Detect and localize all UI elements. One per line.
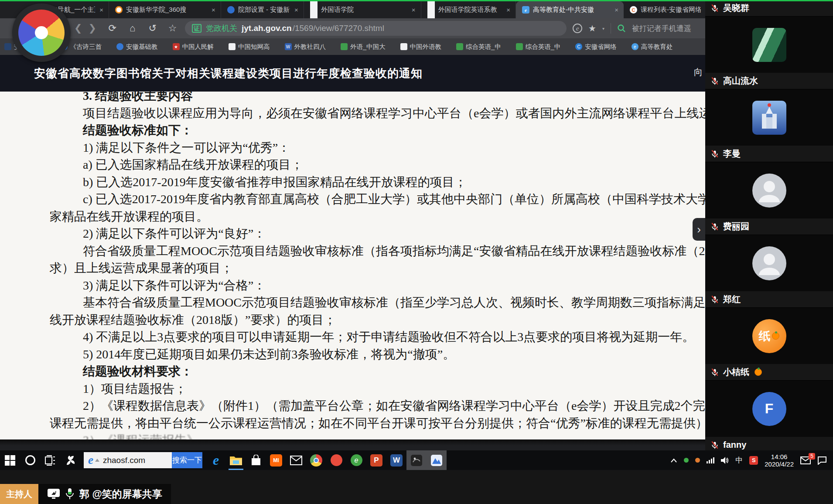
forward-icon[interactable]: ❯	[85, 23, 99, 34]
favorite-star-icon[interactable]: ☆	[165, 23, 180, 34]
bookmark-item[interactable]: W外教社四八	[285, 43, 326, 51]
participant-name: 吴晓群	[723, 2, 749, 14]
tab-foreign-languages[interactable]: 外国语学院 ×	[304, 1, 421, 18]
pinwheel-app-button[interactable]	[60, 450, 80, 470]
close-icon[interactable]: ×	[211, 6, 216, 14]
close-icon[interactable]: ×	[411, 6, 416, 14]
bookmark-favicon	[4, 43, 11, 50]
mic-active-icon[interactable]	[65, 488, 74, 500]
360-browser-logo[interactable]	[12, 3, 71, 62]
bookmark-item[interactable]: C安徽省网络	[575, 43, 617, 51]
bookmark-item[interactable]: 综合英语_中	[456, 43, 501, 51]
mi-icon: MI	[270, 454, 282, 467]
tab-course-list[interactable]: C 课程列表-安徽省网络	[624, 1, 705, 18]
sogou-icon[interactable]: S	[749, 456, 758, 465]
bookmark-item[interactable]: 综合英语_中	[516, 43, 561, 51]
ime-indicator[interactable]: 中	[735, 455, 743, 465]
bookmark-item[interactable]: ★中国人民解	[173, 43, 214, 51]
doc-line: 3) 满足以下条件可以评为“合格”：	[0, 277, 705, 294]
page-title: 安徽省高校数字图书馆关于对相关课程建设类项目进行年度检查验收的通知	[34, 66, 679, 81]
bookmark-label: 中国人民解	[182, 43, 214, 51]
screen-share-icon[interactable]	[47, 488, 60, 500]
castle-photo	[752, 101, 786, 135]
red-app-button[interactable]	[326, 450, 346, 470]
participant-tile[interactable]: 费丽园	[705, 162, 833, 235]
address-bar[interactable]: 证 党政机关 jyt.ah.gov.cn /1569/view/677270.s…	[185, 21, 567, 36]
extension-e-icon[interactable]: e	[573, 24, 582, 33]
bookmark-star-icon[interactable]: ★	[588, 23, 596, 34]
meeting-app-button[interactable]	[427, 450, 447, 470]
sidebar-expand-chevron[interactable]: ›	[693, 218, 705, 241]
participant-name: 费丽园	[723, 221, 749, 232]
chrome-button[interactable]	[306, 450, 326, 470]
tab-360-search[interactable]: 安徽新华学院_360搜 ×	[109, 1, 221, 18]
sharing-app-button[interactable]	[406, 450, 427, 470]
taskbar-search-box[interactable]: e zhaosf.com 搜索一下	[84, 452, 202, 468]
video-tile: F	[705, 381, 833, 437]
avatar-character: F	[765, 401, 774, 417]
participant-tile[interactable]: 李曼	[705, 89, 833, 162]
close-icon[interactable]: ×	[505, 6, 511, 14]
default-person-avatar	[752, 246, 786, 280]
undo-icon[interactable]: ↺	[145, 23, 160, 34]
tray-expand-icon[interactable]	[670, 458, 677, 463]
doc-line: 1）项目结题报告；	[0, 380, 705, 398]
clock[interactable]: 14:06 2020/4/22	[765, 453, 794, 468]
back-icon[interactable]: ❮	[71, 23, 85, 34]
tray-orange-icon[interactable]	[695, 458, 700, 463]
navbar-right-tools: e ★ ▾ 被打记者手机遭遥	[573, 23, 705, 34]
close-icon[interactable]: ×	[99, 6, 104, 14]
reload-icon[interactable]: ⟳	[105, 23, 119, 34]
bookmark-item[interactable]: 外语_中国大	[341, 43, 386, 51]
doc-line: 结题验收材料要求：	[0, 363, 705, 380]
site-dot-icon	[227, 6, 235, 14]
meeting-status-row: 主持人 郭 @笑的屏幕共享	[0, 484, 171, 504]
action-center-icon[interactable]	[817, 456, 827, 465]
system-tray: 中 S 14:06 2020/4/22 5	[670, 453, 833, 468]
cortana-button[interactable]	[20, 450, 40, 470]
participant-tile[interactable]: F fanny	[705, 381, 833, 453]
word-button[interactable]: W	[386, 450, 406, 470]
powerpoint-button[interactable]: P	[366, 450, 386, 470]
mi-app-button[interactable]: MI	[266, 450, 286, 470]
bookmark-item[interactable]: e高等教育处	[632, 43, 673, 51]
tab-departments[interactable]: 院部设置 - 安徽新华 ×	[221, 1, 304, 18]
green-app-button[interactable]: e	[346, 450, 366, 470]
edge-button[interactable]: e	[206, 450, 226, 470]
tab-label: 安徽新华学院_360搜	[126, 6, 207, 14]
search-icon[interactable]	[617, 24, 626, 33]
search-input[interactable]: zhaosf.com	[103, 456, 172, 465]
tab-english-dept[interactable]: 外国语学院英语系教 ×	[421, 1, 516, 18]
video-tile	[705, 89, 833, 146]
navigation-bar: ❮ ❯ ⟳ ⌂ ↺ ☆ 证 党政机关 jyt.ah.gov.cn /1569/v…	[0, 18, 705, 38]
bookmark-item[interactable]: 中国知网高	[229, 43, 270, 51]
bookmark-item[interactable]: 安徽基础教	[116, 43, 158, 51]
notification-mail[interactable]: 5	[800, 456, 811, 464]
network-icon[interactable]	[707, 457, 714, 463]
store-button[interactable]	[246, 450, 266, 470]
search-go-button[interactable]: 搜索一下	[172, 452, 202, 468]
participant-name: 郑红	[723, 293, 741, 305]
tab-higher-education-active[interactable]: e 高等教育处-中共安徽 ×	[516, 1, 624, 18]
chevron-down-icon: ▾	[602, 26, 604, 31]
ie-icon: e	[88, 453, 93, 467]
bookmark-label: 综合英语_中	[526, 43, 561, 51]
divider	[611, 23, 611, 34]
participant-tile[interactable]: 纸 小桔纸	[705, 308, 833, 381]
participant-tile[interactable]: 吴晓群 高山流水	[705, 0, 833, 89]
close-icon[interactable]: ×	[614, 6, 619, 14]
volume-icon[interactable]	[721, 457, 729, 464]
video-tile	[705, 17, 833, 73]
home-icon[interactable]: ⌂	[125, 23, 140, 34]
hot-search-text[interactable]: 被打记者手机遭遥	[632, 24, 705, 34]
close-icon[interactable]: ×	[294, 6, 299, 14]
start-button[interactable]	[0, 450, 20, 470]
participant-tile[interactable]: 郑红	[705, 235, 833, 308]
tray-green-icon[interactable]	[684, 458, 689, 463]
task-view-button[interactable]	[40, 450, 60, 470]
powerpoint-icon: P	[370, 454, 382, 467]
mail-button[interactable]	[286, 450, 306, 470]
file-explorer-button[interactable]	[226, 450, 246, 470]
bookmark-item[interactable]: 中国外语教	[400, 43, 442, 51]
mic-muted-icon	[710, 4, 719, 13]
